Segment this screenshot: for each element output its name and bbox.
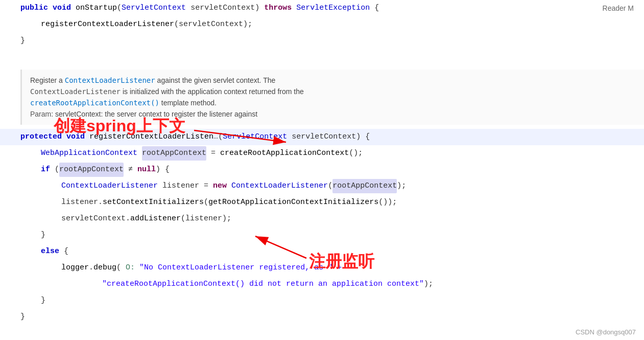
method-debug: debug [93,261,116,275]
keyword-void-2: void [66,130,85,144]
javadoc-line-4: Param: servletContext: the server contex… [30,108,636,120]
code-line-15: } [0,292,644,309]
javadoc-block: Register a ContextLoaderListener against… [20,70,644,125]
type-WebApplicationContext: WebApplicationContext [41,146,137,161]
type-ContextLoaderListener-2: ContextLoaderListener [231,179,328,193]
keyword-protected: protected [20,130,62,144]
code-area: public void onStartup ( ServletContext s… [0,0,644,325]
javadoc-line-2: ContextLoaderListener is initialized wit… [30,86,636,97]
method-createRootApplicationContext: createRootApplicationContext [220,146,349,161]
javadoc-code-1: ContextLoaderListener [30,87,121,96]
javadoc-line-3: createRootApplicationContext() template … [30,97,636,108]
code-line-6: WebApplicationContext rootAppContext = c… [0,145,644,162]
method-setContextInitializers: setContextInitializers [103,195,204,210]
keyword-if: if [41,163,50,177]
type-ServletContext-2: ServletContext [223,130,287,144]
code-line-5: protected void registerContextLoaderList… [0,129,644,145]
code-line-8: ContextLoaderListener listener = new Con… [0,178,644,194]
method-addListener: addListener [130,212,181,226]
javadoc-link-2: createRootApplicationContext() [30,99,159,107]
code-line-3: } [0,33,644,49]
javadoc-line-1: Register a ContextLoaderListener against… [30,75,636,86]
keyword-void: void [53,1,71,15]
keyword-new: new [213,179,227,193]
keyword-public: public [20,1,48,15]
type-ServletContext: ServletContext [122,1,186,15]
var-rootAppContext-3: rootAppContext [332,179,397,193]
code-line-11: } [0,227,644,243]
keyword-null: null [137,163,156,177]
var-rootAppContext-2: rootAppContext [59,163,124,177]
type-ServletException: ServletException [296,1,370,15]
code-line-16: } [0,309,644,325]
comment-o: O: [126,261,135,275]
code-line-12: else { [0,243,644,260]
string-did-not-return: "createRootApplicationContext() did not … [102,277,424,291]
page: Reader M public void onStartup ( Servlet… [0,0,644,340]
type-ContextLoaderListener-1: ContextLoaderListener [61,179,158,193]
var-logger: logger [61,261,89,275]
method-onStartup: onStartup [76,1,117,15]
method-registerContextLoaderListener: registerContextLoaderListener [41,17,174,32]
code-line-14: "createRootApplicationContext() did not … [0,276,644,292]
javadoc-link-1: ContextLoaderListener [65,76,155,84]
var-rootAppContext-1: rootAppContext [142,146,206,161]
keyword-else: else [41,244,59,259]
method-getRootApplicationContextInitializers: getRootApplicationContextInitializers [208,195,378,210]
code-line-10: servletContext. addListener (listener); [0,211,644,227]
code-line-13: logger . debug ( O: "No ContextLoaderLis… [0,260,644,276]
code-line-1: public void onStartup ( ServletContext s… [0,0,644,16]
code-line-7: if ( rootAppContext ≠ null ) { [0,162,644,178]
string-no-context-loader: "No ContextLoaderListener registered, as… [139,261,342,275]
code-line-blank [0,49,644,65]
method-registerContextLoaderListener-decl: registerContextLoaderListen [89,130,213,144]
keyword-throws: throws [264,1,292,15]
watermark: CSDN @dongsq007 [576,328,636,336]
code-line-2: registerContextLoaderListener (servletCo… [0,16,644,33]
code-line-9: listener. setContextInitializers ( getRo… [0,194,644,211]
